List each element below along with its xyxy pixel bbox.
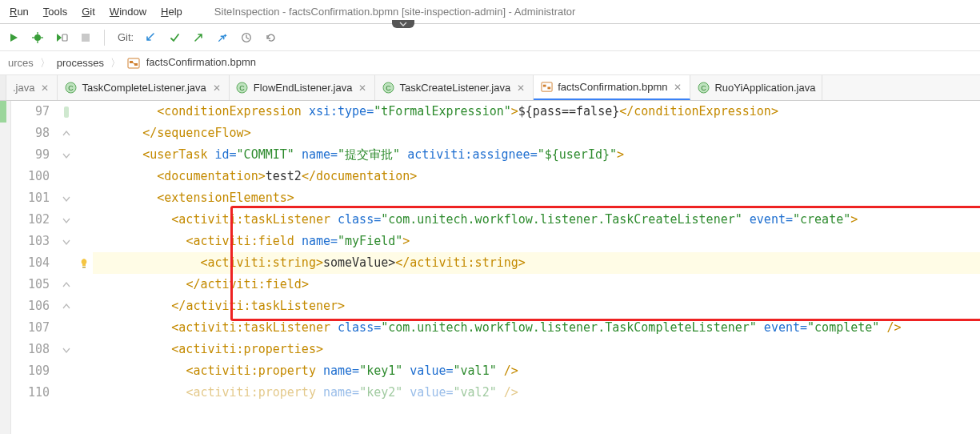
breadcrumb-item-current[interactable]: factsConfirmation.bpmn: [124, 54, 259, 71]
chevron-right-icon: 〉: [40, 56, 50, 70]
menu-help[interactable]: Help: [154, 2, 189, 21]
line-number: 108: [11, 339, 58, 360]
menu-tools[interactable]: Tools: [37, 2, 74, 21]
window-title: SiteInspection - factsConfirmation.bpmn …: [214, 6, 576, 18]
change-marker: [0, 101, 6, 123]
breadcrumb-item[interactable]: processes: [54, 55, 107, 70]
line-number: 100: [11, 166, 58, 187]
code-line[interactable]: <activiti:taskListener class="com.unitec…: [93, 317, 980, 339]
svg-rect-19: [547, 87, 550, 90]
code-line[interactable]: <userTask id="COMMIT" name="提交审批" activi…: [93, 144, 980, 166]
code-line[interactable]: </activiti:taskListener>: [93, 295, 980, 317]
bpmn-file-icon: [127, 57, 140, 70]
git-push-button[interactable]: [190, 29, 207, 46]
close-icon[interactable]: ✕: [357, 82, 368, 94]
java-class-icon: C: [697, 82, 710, 94]
menu-git[interactable]: Git: [75, 2, 102, 21]
git-rollback-button[interactable]: [262, 29, 279, 46]
line-number: 99: [11, 144, 58, 166]
run-button[interactable]: [5, 29, 22, 46]
svg-rect-18: [542, 85, 546, 87]
code-editor[interactable]: 97 98 99 100 101 102 103 104 105 106 107…: [0, 101, 980, 434]
tab-ruoyi-application[interactable]: C RuoYiApplication.java: [690, 75, 822, 100]
breadcrumb-item[interactable]: urces: [5, 55, 37, 70]
line-number: 109: [11, 360, 58, 382]
run-coverage-button[interactable]: [53, 29, 70, 46]
git-history-button[interactable]: [238, 29, 255, 46]
line-number: 106: [11, 295, 58, 317]
bpmn-file-icon: [540, 81, 553, 94]
close-icon[interactable]: ✕: [211, 82, 222, 94]
line-number: 104: [11, 252, 58, 274]
line-number: 97: [11, 101, 58, 123]
line-number: 110: [11, 382, 58, 404]
code-line[interactable]: </sequenceFlow>: [93, 123, 980, 144]
tab-partial[interactable]: .java ✕: [6, 75, 58, 100]
fold-column: [58, 101, 75, 434]
editor-tabs: .java ✕ C TaskCompleteListener.java ✕ C …: [0, 75, 980, 101]
code-line[interactable]: <documentation>test2</documentation>: [93, 166, 980, 187]
svg-point-0: [34, 34, 41, 41]
code-line[interactable]: <activiti:taskListener class="com.unitec…: [93, 209, 980, 231]
svg-rect-6: [82, 34, 90, 42]
code-area[interactable]: <conditionExpression xsi:type="tFormalEx…: [93, 101, 980, 434]
code-line[interactable]: <extensionElements>: [93, 187, 980, 209]
line-number: 107: [11, 317, 58, 339]
menu-bar: Run Tools Git Window Help SiteInspection…: [0, 0, 980, 24]
main-toolbar: Git:: [0, 24, 980, 51]
fold-down-icon[interactable]: [58, 187, 75, 209]
fold-up-icon[interactable]: [58, 123, 75, 144]
svg-rect-22: [64, 106, 69, 118]
stop-button[interactable]: [77, 29, 94, 46]
close-icon[interactable]: ✕: [515, 82, 526, 94]
git-update-button[interactable]: [142, 29, 159, 46]
tab-strip-leading: [0, 75, 6, 100]
line-number: 101: [11, 187, 58, 209]
close-icon[interactable]: ✕: [39, 82, 50, 94]
close-icon[interactable]: ✕: [672, 82, 683, 93]
code-line[interactable]: <activiti:property name="key2" value="va…: [93, 382, 980, 404]
tab-flow-end-listener[interactable]: C FlowEndListener.java ✕: [230, 75, 376, 100]
svg-text:C: C: [386, 84, 391, 92]
menu-window[interactable]: Window: [103, 2, 153, 21]
line-number: 98: [11, 123, 58, 144]
svg-rect-9: [130, 61, 133, 63]
git-label: Git:: [118, 31, 134, 43]
svg-rect-5: [62, 34, 67, 41]
code-line[interactable]: </activiti:field>: [93, 274, 980, 295]
tab-task-create-listener[interactable]: C TaskCreateListener.java ✕: [375, 75, 534, 100]
git-commit-button[interactable]: [166, 29, 183, 46]
toolbar-separator: [104, 30, 105, 46]
marker-bar: [0, 101, 11, 434]
fold-up-icon[interactable]: [58, 274, 75, 295]
menu-run[interactable]: Run: [3, 2, 35, 21]
tab-facts-confirmation[interactable]: factsConfirmation.bpmn ✕: [534, 75, 690, 100]
java-class-icon: C: [64, 82, 77, 94]
java-class-icon: C: [236, 82, 249, 94]
code-line-current[interactable]: <activiti:string>someValue></activiti:st…: [93, 252, 980, 274]
svg-text:C: C: [240, 84, 246, 92]
code-line[interactable]: <activiti:field name="myField">: [93, 231, 980, 252]
tab-task-complete-listener[interactable]: C TaskCompleteListener.java ✕: [58, 75, 229, 100]
code-line[interactable]: <activiti:properties>: [93, 339, 980, 360]
toolbar-overflow-chip[interactable]: [392, 20, 414, 28]
gutter-icon-column: [75, 101, 93, 434]
java-class-icon: C: [382, 82, 394, 94]
svg-rect-10: [134, 63, 138, 66]
svg-rect-23: [82, 267, 86, 268]
chevron-right-icon: 〉: [110, 56, 121, 70]
svg-text:C: C: [68, 84, 74, 92]
fold-down-icon[interactable]: [58, 231, 75, 252]
fold-down-icon[interactable]: [58, 209, 75, 231]
code-line[interactable]: <activiti:property name="key1" value="va…: [93, 360, 980, 382]
breadcrumb: urces 〉 processes 〉 factsConfirmation.bp…: [0, 51, 980, 75]
fold-down-icon[interactable]: [58, 339, 75, 360]
code-line[interactable]: <conditionExpression xsi:type="tFormalEx…: [93, 101, 980, 123]
intention-bulb-icon[interactable]: [75, 252, 93, 274]
line-number-gutter: 97 98 99 100 101 102 103 104 105 106 107…: [11, 101, 58, 434]
fold-down-icon[interactable]: [58, 144, 75, 166]
git-new-branch-button[interactable]: [214, 29, 231, 46]
fold-up-icon[interactable]: [58, 295, 75, 317]
line-number: 103: [11, 231, 58, 252]
debug-button[interactable]: [29, 29, 46, 46]
